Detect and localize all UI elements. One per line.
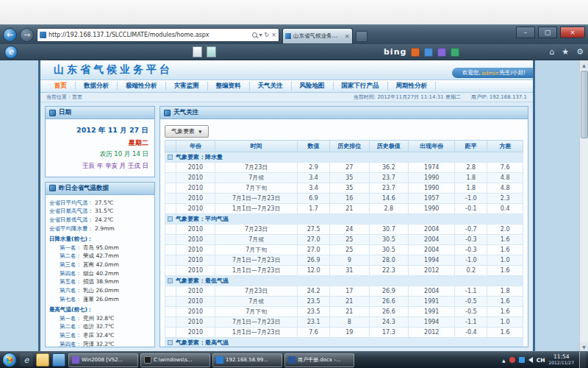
new-tab-button[interactable] — [356, 31, 368, 42]
table-group-row[interactable]: 气象要素：最低气温 — [165, 276, 523, 286]
table-group-row[interactable]: 气象要素：最高气温 — [165, 338, 523, 348]
nav-item-7[interactable]: 国家下行产品 — [334, 82, 388, 91]
mail-icon[interactable] — [207, 46, 216, 57]
chevron-down-icon[interactable]: ▾ — [259, 32, 262, 38]
weather-table: 年份时间数值历史排位历史极值出现年份距平方差 气象要素：降水量20107月23日… — [165, 140, 523, 347]
scroll-down-icon[interactable]: ▼ — [580, 342, 588, 351]
welcome-username: admin — [481, 70, 499, 77]
page-title: 山东省气候业务平台 — [54, 63, 173, 77]
clock[interactable]: 11:54 2012/11/27 — [548, 354, 576, 366]
weather-focus-title: 天气关注 — [173, 108, 198, 117]
nav-item-6[interactable]: 风险地图 — [292, 82, 334, 91]
table-row[interactable]: 20107月23日27.52430.72004-0.72.0 — [165, 224, 523, 235]
table-group-row[interactable]: 气象要素：平均气温 — [165, 214, 523, 224]
tab-title: 山东省气候业务平台 — [293, 32, 342, 40]
stop-icon[interactable]: × — [271, 32, 276, 38]
taskbar-task-1[interactable]: C:\windows\s... — [140, 353, 210, 367]
nav-item-4[interactable]: 整编资料 — [208, 82, 250, 91]
address-url[interactable]: http://192.168.137.1/SLCCLIMATE/modules/… — [49, 32, 250, 38]
table-row[interactable]: 20107月1日—7月23日23.1824.31994-1.11.0 — [165, 317, 523, 328]
expand-icon[interactable] — [168, 155, 173, 160]
nav-item-5[interactable]: 天气关注 — [250, 82, 292, 91]
tools-gear-icon[interactable]: ⚙ — [576, 47, 584, 57]
vertical-scrollbar[interactable]: ▲ ▼ — [579, 60, 588, 351]
taskbar-task-3[interactable]: 用户手册.docx -... — [284, 353, 354, 367]
nav-item-0[interactable]: 首页 — [46, 82, 76, 91]
ganzhi-line: 壬辰 年 辛亥 月 壬戌 日 — [51, 160, 148, 172]
taskbar: e Win2008 [VS2...C:\windows\s...192.168.… — [0, 351, 588, 368]
favorites-bar-icon[interactable] — [424, 48, 433, 57]
column-header[interactable]: 历史排位 — [330, 141, 370, 152]
favorites-bar-icon[interactable] — [437, 48, 446, 57]
taskbar-task-0[interactable]: Win2008 [VS2... — [68, 353, 138, 367]
document-icon[interactable] — [193, 46, 202, 57]
ie-logo-icon[interactable]: e — [4, 46, 18, 59]
task-icon — [288, 356, 295, 364]
table-row[interactable]: 20101月1日—7月23日12.03122.320120.21.6 — [165, 266, 523, 276]
refresh-icon[interactable]: ↻ — [265, 32, 270, 38]
search-icon[interactable] — [252, 32, 257, 38]
column-header[interactable]: 时间 — [215, 141, 298, 152]
address-bar[interactable]: http://192.168.137.1/SLCCLIMATE/modules/… — [37, 28, 279, 42]
column-header[interactable]: 距平 — [455, 141, 487, 152]
sidebar: 日期 2012 年 11 月 27 日 星期二 农历 10 月 14 日 壬辰 … — [45, 106, 155, 347]
tray-volume-icon[interactable] — [528, 357, 533, 363]
column-header[interactable]: 出现年份 — [409, 141, 455, 152]
start-button[interactable] — [2, 353, 17, 367]
element-filter-button[interactable]: 气象要素 ▼ — [165, 125, 209, 138]
table-row[interactable]: 20107月23日2.92736.219742.87.6 — [165, 163, 523, 173]
nav-item-2[interactable]: 极端性分析 — [118, 82, 166, 91]
table-row[interactable]: 20107月下旬27.02530.52004-0.31.6 — [165, 245, 523, 255]
weather-stat: 全省日最高气温：31.5℃ — [49, 207, 151, 216]
thermometer-icon — [49, 185, 56, 191]
maximize-button[interactable]: ▢ — [538, 26, 557, 38]
lunar-date-line: 农历 10 月 14 日 — [51, 149, 148, 160]
tray-status-icon[interactable] — [509, 357, 515, 363]
table-row[interactable]: 20101月1日—7月23日1.7212.81990-0.10.4 — [165, 204, 523, 214]
taskbar-task-2[interactable]: 192.168.58.99... — [212, 353, 282, 367]
scroll-up-icon[interactable]: ▲ — [580, 60, 588, 69]
expand-icon[interactable] — [168, 340, 173, 345]
browser-forward-button[interactable]: → — [20, 28, 34, 42]
table-row[interactable]: 20107月候23.52126.61991-0.51.6 — [165, 297, 523, 307]
hidden-icons-button[interactable]: ▲ — [502, 358, 506, 363]
nav-item-3[interactable]: 灾害监测 — [166, 82, 208, 91]
column-header[interactable]: 年份 — [176, 141, 215, 152]
taskbar-app-icon[interactable] — [52, 353, 65, 367]
table-row[interactable]: 20101月1日—7月23日7.61917.32012-0.41.6 — [165, 328, 523, 338]
nav-item-8[interactable]: 周期性分析 — [388, 82, 437, 91]
tray-network-icon[interactable] — [519, 357, 525, 363]
tab-close-icon[interactable]: × — [344, 32, 350, 40]
browser-tab[interactable]: 山东省气候业务平台 × — [282, 28, 353, 43]
table-row[interactable]: 20107月下旬23.52126.61991-0.51.6 — [165, 307, 523, 317]
weather-summary-panel: 昨日全省气温数据 全省日平均气温：27.5℃全省日最高气温：31.5℃全省日最低… — [45, 182, 155, 347]
taskbar-explorer-icon[interactable] — [36, 353, 49, 367]
favorites-bar-icon[interactable] — [411, 48, 420, 57]
minimize-button[interactable]: – — [516, 26, 535, 38]
bing-logo[interactable]: bing — [384, 47, 406, 57]
taskbar-ie-icon[interactable]: e — [20, 353, 33, 367]
browser-back-button[interactable]: ← — [3, 28, 17, 42]
favorites-star-icon[interactable]: ★ — [562, 47, 569, 57]
column-header[interactable]: 数值 — [298, 141, 330, 152]
expand-icon[interactable] — [168, 216, 173, 222]
language-indicator[interactable]: CH — [537, 357, 545, 364]
table-row[interactable]: 20107月下旬3.43523.719901.84.8 — [165, 183, 523, 194]
table-row[interactable]: 20107月候27.02530.52004-0.31.6 — [165, 235, 523, 245]
scrollbar-thumb[interactable] — [581, 71, 588, 138]
expand-icon[interactable] — [168, 278, 173, 283]
favorites-bar-icon[interactable] — [451, 48, 459, 57]
breadcrumb: 当前位置：首页 — [46, 93, 82, 101]
nav-item-1[interactable]: 数据分析 — [76, 82, 118, 91]
table-row[interactable]: 20107月1日—7月23日6.91614.61957-1.02.3 — [165, 194, 523, 204]
table-row[interactable]: 20107月1日—7月23日26.9928.01994-1.01.0 — [165, 255, 523, 266]
table-row[interactable]: 20107月候3.43523.719901.84.8 — [165, 173, 523, 183]
system-tray: ▲ CH 11:54 2012/11/27 — [502, 352, 586, 368]
table-group-row[interactable]: 气象要素：降水量 — [165, 152, 523, 163]
home-icon[interactable]: ⌂ — [549, 47, 554, 57]
close-button[interactable]: × — [560, 26, 585, 38]
show-desktop-button[interactable] — [579, 352, 586, 368]
column-header[interactable]: 方差 — [487, 141, 523, 152]
column-header[interactable]: 历史极值 — [369, 141, 409, 152]
table-row[interactable]: 20107月23日24.21726.92004-1.11.8 — [165, 286, 523, 297]
